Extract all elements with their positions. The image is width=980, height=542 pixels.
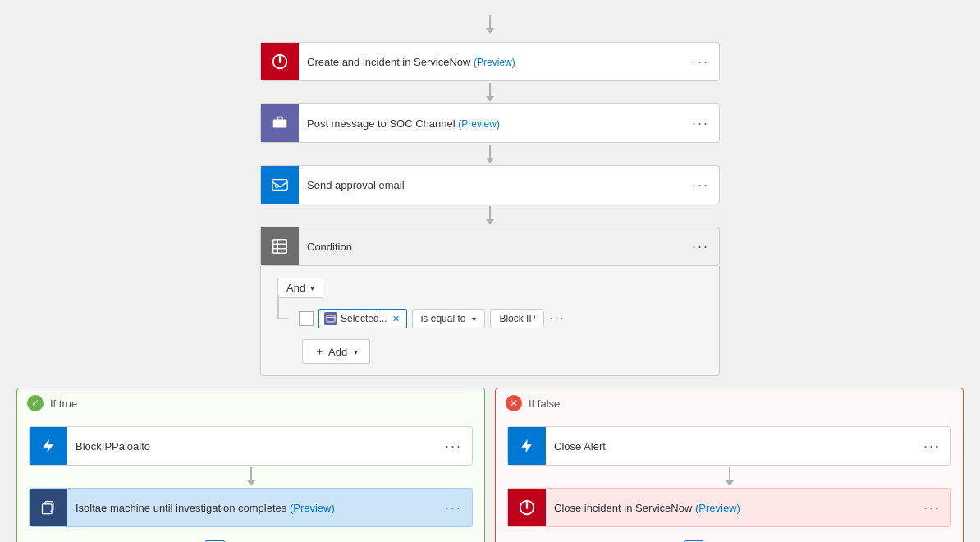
close-servicenow-icon xyxy=(508,489,546,526)
condition-wrapper: Condition ··· And ▾ xyxy=(260,227,720,376)
true-branch: ✓ If true BlockIPPaloalto ··· xyxy=(16,388,485,542)
condition-label: Condition xyxy=(299,231,682,263)
false-add-action-button[interactable]: Add an action xyxy=(677,534,782,542)
true-connector xyxy=(247,467,255,486)
true-branch-header: ✓ If true xyxy=(17,388,484,418)
bracket-container xyxy=(277,306,292,331)
servicenow-icon xyxy=(261,43,299,80)
true-add-action-button[interactable]: Add an action xyxy=(199,534,304,542)
lightning-icon xyxy=(40,438,57,454)
condition-card: Condition ··· xyxy=(260,227,720,266)
condition-pill[interactable]: Selected... ✕ xyxy=(318,309,407,328)
condition-pill-close[interactable]: ✕ xyxy=(392,314,400,324)
condition-row: Selected... ✕ is equal to ▾ Block IP ··· xyxy=(277,306,703,331)
close-servicenow-card: Close incident in ServiceNow (Preview) ·… xyxy=(507,488,951,527)
close-alert-dots[interactable]: ··· xyxy=(914,438,950,455)
teams-label: Post message to SOC Channel (Preview) xyxy=(299,108,682,140)
connector-1 xyxy=(486,83,494,102)
block-ip-icon xyxy=(30,427,67,465)
outlook-label: Send approval email xyxy=(299,169,682,201)
outlook-icon: O xyxy=(261,166,299,204)
close-servicenow-dots[interactable]: ··· xyxy=(914,499,950,517)
false-branch-icon: ✕ xyxy=(506,395,522,411)
true-branch-label: If true xyxy=(50,397,77,410)
cube-icon xyxy=(40,499,57,516)
svg-rect-4 xyxy=(273,240,287,254)
add-chevron-icon: ▾ xyxy=(354,347,358,356)
servicenow-dots[interactable]: ··· xyxy=(682,53,719,71)
condition-operator[interactable]: is equal to ▾ xyxy=(412,309,486,328)
power-icon xyxy=(271,53,289,71)
svg-rect-9 xyxy=(43,504,53,514)
false-connector xyxy=(726,467,734,486)
power2-icon xyxy=(518,498,536,517)
servicenow-label: Create and incident in ServiceNow (Previ… xyxy=(299,46,682,78)
add-condition-button[interactable]: ＋ Add ▾ xyxy=(302,339,370,364)
close-servicenow-label: Close incident in ServiceNow (Preview) xyxy=(546,492,914,524)
teams-dots[interactable]: ··· xyxy=(682,115,719,132)
teams-svg-icon xyxy=(271,114,289,132)
svg-rect-8 xyxy=(327,315,335,322)
lightning2-icon xyxy=(519,438,535,454)
condition-pill-icon xyxy=(324,312,337,325)
isolate-dots[interactable]: ··· xyxy=(435,499,472,517)
true-branch-content: BlockIPPaloalto ··· xyxy=(17,418,484,542)
outlook-dots[interactable]: ··· xyxy=(682,177,719,194)
isolate-label: Isoltae machine until investigation comp… xyxy=(67,492,435,524)
svg-text:O: O xyxy=(275,182,280,190)
condition-bracket xyxy=(277,295,289,319)
condition-dots[interactable]: ··· xyxy=(682,238,719,255)
false-branch: ✕ If false Close Alert ··· xyxy=(495,388,964,542)
block-ip-dots[interactable]: ··· xyxy=(435,438,472,455)
block-ip-card: BlockIPPaloalto ··· xyxy=(29,426,473,466)
teams-icon xyxy=(261,104,299,142)
condition-icon xyxy=(261,227,299,265)
close-alert-icon xyxy=(508,427,546,465)
and-chevron-icon: ▾ xyxy=(310,283,314,292)
add-plus-icon: ＋ xyxy=(314,344,325,359)
outlook-card: O Send approval email ··· xyxy=(260,165,720,204)
true-branch-icon: ✓ xyxy=(27,395,44,411)
false-branch-content: Close Alert ··· xyxy=(496,418,963,542)
connector-3 xyxy=(486,206,494,225)
condition-checkbox[interactable] xyxy=(299,311,314,326)
outlook-svg-icon: O xyxy=(271,176,289,194)
condition-value[interactable]: Block IP xyxy=(490,309,544,328)
close-alert-card: Close Alert ··· xyxy=(507,426,951,466)
teams-card: Post message to SOC Channel (Preview) ··… xyxy=(260,103,720,143)
isolate-icon xyxy=(30,489,67,526)
false-branch-label: If false xyxy=(529,397,560,410)
connector-2 xyxy=(486,145,494,163)
condition-pill-label: Selected... xyxy=(341,313,387,324)
block-ip-label: BlockIPPaloalto xyxy=(67,430,435,462)
condition-svg-icon xyxy=(271,237,289,255)
condition-row-dots[interactable]: ··· xyxy=(549,311,565,326)
false-branch-header: ✕ If false xyxy=(496,388,963,418)
condition-body: And ▾ xyxy=(260,266,720,376)
add-row-container: ＋ Add ▾ xyxy=(277,339,703,364)
servicenow-card: Create and incident in ServiceNow (Previ… xyxy=(260,42,720,81)
close-alert-label: Close Alert xyxy=(546,430,914,462)
isolate-card: Isoltae machine until investigation comp… xyxy=(29,488,473,527)
operator-chevron-icon: ▾ xyxy=(472,315,476,324)
